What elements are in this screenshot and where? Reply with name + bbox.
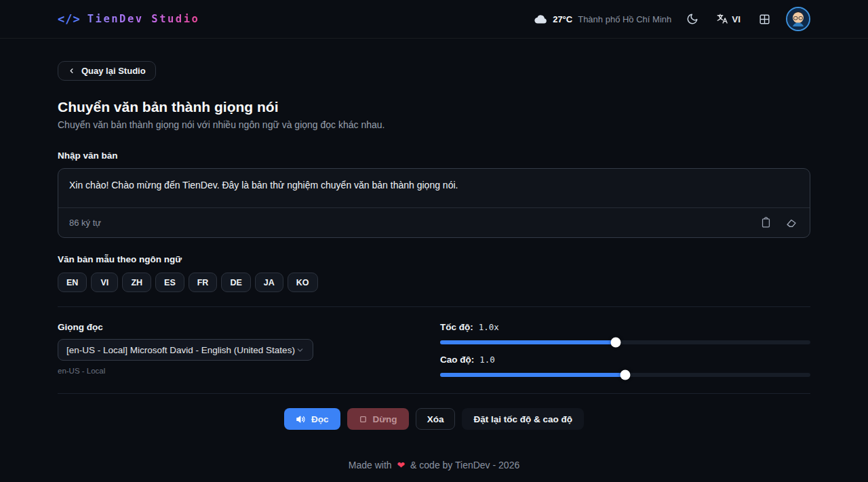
cloud-icon <box>534 14 547 24</box>
app-header: </> TienDev Studio 27°C Thành phố Hồ Chí… <box>0 0 868 39</box>
erase-text-button[interactable] <box>784 216 799 230</box>
back-to-studio-button[interactable]: Quay lại Studio <box>58 61 156 81</box>
current-language-label: VI <box>732 14 741 24</box>
translate-icon <box>716 13 728 25</box>
pitch-slider[interactable] <box>440 373 810 377</box>
rate-slider-thumb[interactable] <box>611 338 621 348</box>
chevron-down-icon <box>296 346 304 355</box>
clipboard-paste-button[interactable] <box>759 216 773 230</box>
weather-widget: 27°C Thành phố Hồ Chí Minh <box>534 14 671 24</box>
rate-slider-fill <box>440 340 616 344</box>
grid-icon <box>758 13 771 26</box>
stop-icon <box>359 415 368 424</box>
voice-hint: en-US - Local <box>58 367 313 375</box>
text-input-label: Nhập văn bản <box>58 150 810 161</box>
weather-temp: 27°C <box>553 14 572 24</box>
brand-name: TienDev Studio <box>87 13 200 25</box>
sample-lang-fr-chip[interactable]: FR <box>189 273 218 292</box>
clipboard-icon <box>760 217 772 228</box>
apps-grid-button[interactable] <box>755 10 774 28</box>
text-input-card: Xin chào! Chào mừng đến TienDev. Đây là … <box>58 168 810 238</box>
weather-city: Thành phố Hồ Chí Minh <box>578 14 671 24</box>
rate-label: Tốc độ: <box>440 322 473 332</box>
user-avatar[interactable] <box>786 7 810 31</box>
heart-icon: ❤ <box>394 460 408 470</box>
speak-button[interactable]: Đọc <box>284 408 340 430</box>
pitch-slider-thumb[interactable] <box>620 370 631 380</box>
theme-toggle-button[interactable] <box>684 10 701 28</box>
voice-select[interactable]: [en-US - Local] Microsoft David - Englis… <box>58 339 313 361</box>
stop-button[interactable]: Dừng <box>347 408 409 430</box>
brand-logo[interactable]: </> TienDev Studio <box>58 12 199 26</box>
sample-lang-es-chip[interactable]: ES <box>155 273 184 292</box>
voice-settings-section: Giọng đọc [en-US - Local] Microsoft Davi… <box>58 307 810 393</box>
footer-text-before: Made with <box>349 460 392 470</box>
footer-text-after: & code by TienDev - 2026 <box>410 460 519 470</box>
speaker-icon <box>296 414 306 424</box>
page-title: Chuyển văn bản thành giọng nói <box>58 99 810 115</box>
pitch-slider-group: Cao độ: 1.0 <box>440 355 810 377</box>
rate-slider[interactable] <box>440 340 810 344</box>
sample-lang-zh-chip[interactable]: ZH <box>122 273 151 292</box>
clear-button[interactable]: Xóa <box>416 408 456 430</box>
clear-button-label: Xóa <box>427 414 444 424</box>
action-buttons: Đọc Dừng Xóa Đặt lại tốc độ & cao độ <box>58 394 810 430</box>
sample-lang-vi-chip[interactable]: VI <box>91 273 118 292</box>
moon-icon <box>686 13 698 25</box>
back-button-label: Quay lại Studio <box>81 66 146 76</box>
char-count: 86 ký tự <box>69 218 101 228</box>
pitch-value: 1.0 <box>479 355 495 365</box>
sample-lang-ko-chip[interactable]: KO <box>288 273 318 292</box>
sample-lang-ja-chip[interactable]: JA <box>255 273 283 292</box>
footer: Made with ❤ & code by TienDev - 2026 <box>58 460 810 470</box>
sample-lang-en-chip[interactable]: EN <box>58 273 87 292</box>
voice-label: Giọng đọc <box>58 322 313 332</box>
tts-page: Quay lại Studio Chuyển văn bản thành giọ… <box>58 39 810 470</box>
pitch-slider-fill <box>440 373 625 377</box>
language-switcher-button[interactable]: VI <box>713 10 743 28</box>
page-subtitle: Chuyển văn bản thành giọng nói với nhiều… <box>58 119 810 130</box>
text-input-textarea[interactable]: Xin chào! Chào mừng đến TienDev. Đây là … <box>58 169 810 207</box>
samples-label: Văn bản mẫu theo ngôn ngữ <box>58 254 810 264</box>
rate-value: 1.0x <box>479 322 499 332</box>
voice-select-value: [en-US - Local] Microsoft David - Englis… <box>66 345 295 355</box>
eraser-icon <box>785 217 797 229</box>
sample-lang-de-chip[interactable]: DE <box>221 273 250 292</box>
rate-slider-group: Tốc độ: 1.0x <box>440 322 810 344</box>
speak-button-label: Đọc <box>311 414 329 424</box>
stop-button-label: Dừng <box>373 414 397 424</box>
sample-language-chips: ENVIZHESFRDEJAKO <box>58 273 810 292</box>
code-icon: </> <box>58 12 81 26</box>
chevron-left-icon <box>68 67 75 75</box>
pitch-label: Cao độ: <box>440 355 474 365</box>
reset-sliders-button[interactable]: Đặt lại tốc độ & cao độ <box>462 408 584 430</box>
reset-button-label: Đặt lại tốc độ & cao độ <box>473 414 572 424</box>
